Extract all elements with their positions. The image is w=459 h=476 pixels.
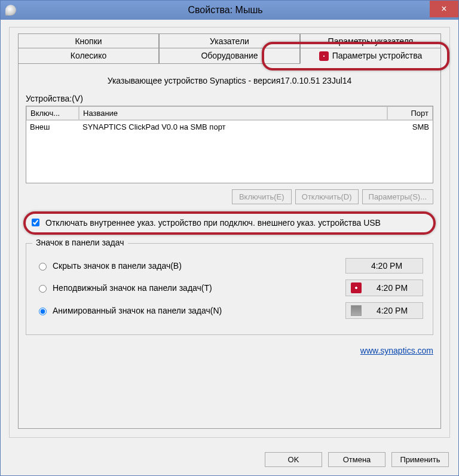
content-area: Кнопки Указатели Параметры указателя Кол… — [1, 20, 458, 445]
synaptics-link[interactable]: www.synaptics.com — [360, 346, 433, 355]
dialog-window: Свойства: Мышь × Кнопки Указатели Параме… — [0, 0, 459, 476]
radio-animated-row: Анимированный значок на панели задач(N) … — [36, 302, 423, 319]
settings-button[interactable]: Параметры(S)... — [362, 189, 433, 204]
link-row: www.synaptics.com — [26, 346, 433, 355]
tray-time-1: 4:20 PM — [366, 283, 418, 293]
inner-frame: Кнопки Указатели Параметры указателя Кол… — [9, 27, 450, 438]
monitor-tray-icon — [351, 305, 362, 316]
radio-animated-label: Анимированный значок на панели задач(N) — [53, 306, 345, 315]
device-table-header: Включ... Название Порт — [26, 106, 433, 121]
tab-pointers[interactable]: Указатели — [159, 33, 300, 48]
tray-group-title: Значок в панели задач — [32, 238, 128, 247]
synaptics-tray-icon — [351, 282, 362, 293]
enable-button[interactable]: Включить(E) — [232, 189, 292, 204]
cell-name: SYNAPTICS ClickPad V0.0 на SMB порт — [79, 121, 387, 133]
close-button[interactable]: × — [430, 1, 458, 17]
table-row[interactable]: Внеш SYNAPTICS ClickPad V0.0 на SMB порт… — [26, 121, 433, 133]
disable-button[interactable]: Отключить(D) — [295, 189, 359, 204]
window-title: Свойства: Мышь — [21, 5, 430, 16]
tray-icon-group: Значок в панели задач Скрыть значок в па… — [26, 243, 433, 335]
tab-wheel[interactable]: Колесико — [18, 48, 159, 64]
disable-internal-label: Отключать внутреннее указ. устройство пр… — [45, 217, 381, 229]
tray-time-0: 4:20 PM — [356, 261, 418, 271]
tabs-row-2: Колесико Оборудование Параметры устройст… — [18, 48, 441, 64]
tab-buttons[interactable]: Кнопки — [18, 33, 159, 48]
radio-hide[interactable] — [39, 263, 47, 271]
radio-static-label: Неподвижный значок на панели задач(T) — [53, 283, 345, 293]
tray-time-2: 4:20 PM — [366, 306, 418, 315]
tabs-row-1: Кнопки Указатели Параметры указателя — [18, 33, 441, 48]
tab-hardware[interactable]: Оборудование — [159, 48, 300, 64]
radio-animated[interactable] — [39, 308, 47, 315]
device-table: Включ... Название Порт Внеш SYNAPTICS Cl… — [26, 106, 433, 183]
tab-device-settings-label: Параметры устройства — [332, 51, 423, 60]
tray-preview-animated: 4:20 PM — [345, 302, 423, 319]
device-heading: Указывающее устройство Synaptics - верси… — [26, 76, 433, 85]
col-header-enable[interactable]: Включ... — [26, 106, 79, 120]
tab-panel: Указывающее устройство Synaptics - верси… — [18, 63, 441, 429]
disable-internal-checkbox-row: Отключать внутреннее указ. устройство пр… — [26, 213, 433, 234]
mouse-icon — [5, 5, 16, 16]
disable-internal-checkbox[interactable] — [32, 219, 39, 226]
titlebar: Свойства: Мышь × — [1, 1, 458, 20]
radio-static-row: Неподвижный значок на панели задач(T) 4:… — [36, 280, 423, 296]
radio-hide-row: Скрыть значок в панели задач(B) 4:20 PM — [36, 258, 423, 274]
apply-button[interactable]: Применить — [391, 452, 449, 467]
ok-button[interactable]: OK — [265, 452, 322, 467]
radio-static[interactable] — [39, 285, 47, 293]
cancel-button[interactable]: Отмена — [328, 452, 385, 467]
tab-pointer-options[interactable]: Параметры указателя — [300, 33, 441, 48]
tab-device-settings[interactable]: Параметры устройства — [300, 48, 441, 64]
device-buttons-row: Включить(E) Отключить(D) Параметры(S)... — [26, 189, 433, 204]
devices-label: Устройства:(V) — [26, 94, 433, 103]
radio-hide-label: Скрыть значок в панели задач(B) — [53, 261, 345, 271]
cell-port: SMB — [387, 121, 433, 133]
col-header-name[interactable]: Название — [79, 106, 387, 120]
col-header-port[interactable]: Порт — [387, 106, 433, 120]
tray-preview-hide: 4:20 PM — [345, 258, 423, 274]
synaptics-icon — [319, 51, 329, 61]
tray-preview-static: 4:20 PM — [345, 280, 423, 296]
footer-buttons: OK Отмена Применить — [1, 445, 458, 475]
cell-enable: Внеш — [26, 121, 79, 133]
